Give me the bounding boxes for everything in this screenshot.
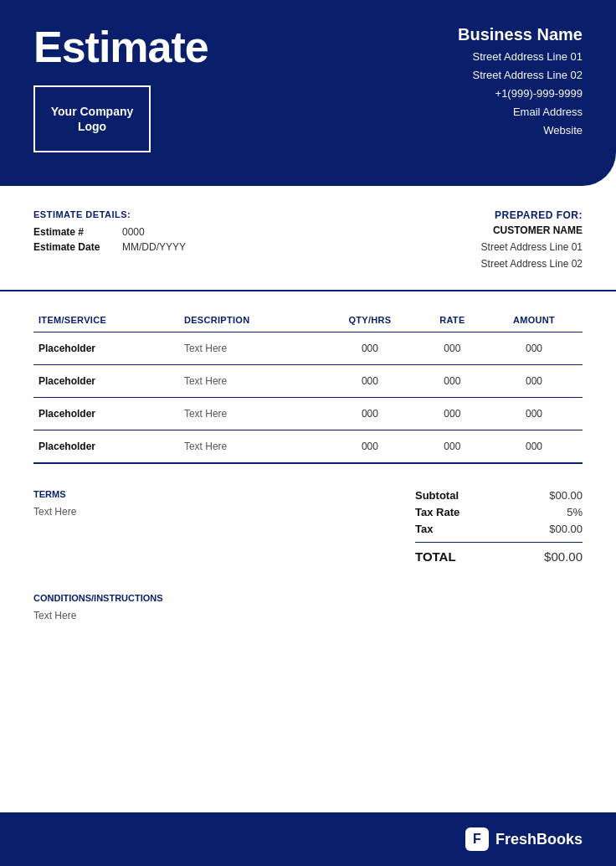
tax-rate-row: Tax Rate 5% (415, 506, 583, 518)
tax-rate-value: 5% (567, 506, 583, 518)
cell-qty-2: 000 (321, 397, 419, 430)
cell-desc-1: Text Here (179, 364, 321, 397)
estimate-number-value: 0000 (122, 226, 145, 238)
cell-rate-0: 000 (419, 332, 485, 364)
cell-amount-0: 000 (485, 332, 583, 364)
business-address2: Street Address Line 02 (458, 66, 583, 85)
estimate-details: ESTIMATE DETAILS: Estimate # 0000 Estima… (33, 209, 186, 256)
subtotal-value: $00.00 (549, 489, 583, 502)
col-qty: QTY/HRS (321, 308, 419, 332)
table-row: Placeholder Text Here 000 000 000 (33, 332, 583, 364)
total-value: $00.00 (544, 549, 583, 564)
cell-qty-0: 000 (321, 332, 419, 364)
footer: F FreshBooks (0, 812, 616, 866)
prepared-for: PREPARED FOR: CUSTOMER NAME Street Addre… (481, 209, 583, 273)
bottom-section: TERMS Text Here Subtotal $00.00 Tax Rate… (0, 472, 616, 585)
cell-qty-1: 000 (321, 364, 419, 397)
cell-amount-2: 000 (485, 397, 583, 430)
estimate-details-title: ESTIMATE DETAILS: (33, 209, 186, 219)
estimate-number-label: Estimate # (33, 226, 109, 238)
cell-desc-0: Text Here (179, 332, 321, 364)
business-email: Email Address (458, 103, 583, 121)
cell-rate-1: 000 (419, 364, 485, 397)
items-table: ITEM/SERVICE DESCRIPTION QTY/HRS RATE AM… (33, 308, 583, 464)
total-row: TOTAL $00.00 (415, 549, 583, 564)
col-amount: AMOUNT (485, 308, 583, 332)
terms-text: Text Here (33, 506, 76, 518)
freshbooks-icon: F (465, 827, 489, 851)
cell-desc-2: Text Here (179, 397, 321, 430)
cell-item-1: Placeholder (33, 364, 179, 397)
details-section: ESTIMATE DETAILS: Estimate # 0000 Estima… (0, 186, 616, 291)
cell-qty-3: 000 (321, 430, 419, 463)
subtotal-row: Subtotal $00.00 (415, 489, 583, 502)
cell-rate-3: 000 (419, 430, 485, 463)
header-right: Business Name Street Address Line 01 Str… (458, 25, 583, 140)
cell-rate-2: 000 (419, 397, 485, 430)
table-row: Placeholder Text Here 000 000 000 (33, 397, 583, 430)
prepared-for-title: PREPARED FOR: (481, 209, 583, 221)
terms-title: TERMS (33, 489, 76, 499)
estimate-title: Estimate (33, 25, 208, 69)
business-address1: Street Address Line 01 (458, 48, 583, 66)
estimate-date-label: Estimate Date (33, 241, 109, 253)
conditions-section: CONDITIONS/INSTRUCTIONS Text Here (0, 585, 616, 647)
subtotal-label: Subtotal (415, 489, 459, 502)
tax-label: Tax (415, 523, 433, 535)
header-left: Estimate Your Company Logo (33, 25, 208, 152)
customer-address2: Street Address Line 02 (481, 255, 583, 272)
totals-block: Subtotal $00.00 Tax Rate 5% Tax $00.00 T… (415, 489, 583, 568)
estimate-number-row: Estimate # 0000 (33, 226, 186, 238)
estimate-date-row: Estimate Date MM/DD/YYYY (33, 241, 186, 253)
tax-value: $00.00 (549, 523, 583, 535)
header: Estimate Your Company Logo Business Name… (0, 0, 616, 186)
cell-amount-1: 000 (485, 364, 583, 397)
business-website: Website (458, 121, 583, 140)
cell-item-2: Placeholder (33, 397, 179, 430)
cell-desc-3: Text Here (179, 430, 321, 463)
col-description: DESCRIPTION (179, 308, 321, 332)
tax-row: Tax $00.00 (415, 523, 583, 535)
customer-address1: Street Address Line 01 (481, 239, 583, 255)
customer-name: CUSTOMER NAME (481, 224, 583, 236)
table-row: Placeholder Text Here 000 000 000 (33, 430, 583, 463)
table-header-row: ITEM/SERVICE DESCRIPTION QTY/HRS RATE AM… (33, 308, 583, 332)
conditions-text: Text Here (33, 610, 583, 621)
estimate-date-value: MM/DD/YYYY (122, 241, 186, 253)
freshbooks-logo: F FreshBooks (465, 827, 583, 851)
total-label: TOTAL (415, 549, 456, 564)
business-phone: +1(999)-999-9999 (458, 85, 583, 103)
company-logo: Your Company Logo (33, 85, 151, 152)
col-rate: RATE (419, 308, 485, 332)
cell-item-3: Placeholder (33, 430, 179, 463)
totals-divider (415, 542, 583, 543)
table-row: Placeholder Text Here 000 000 000 (33, 364, 583, 397)
terms-block: TERMS Text Here (33, 489, 76, 518)
table-section: ITEM/SERVICE DESCRIPTION QTY/HRS RATE AM… (0, 291, 616, 472)
conditions-title: CONDITIONS/INSTRUCTIONS (33, 593, 583, 603)
freshbooks-brand: FreshBooks (495, 831, 583, 848)
cell-amount-3: 000 (485, 430, 583, 463)
tax-rate-label: Tax Rate (415, 506, 459, 518)
cell-item-0: Placeholder (33, 332, 179, 364)
col-item: ITEM/SERVICE (33, 308, 179, 332)
business-name: Business Name (458, 25, 583, 44)
